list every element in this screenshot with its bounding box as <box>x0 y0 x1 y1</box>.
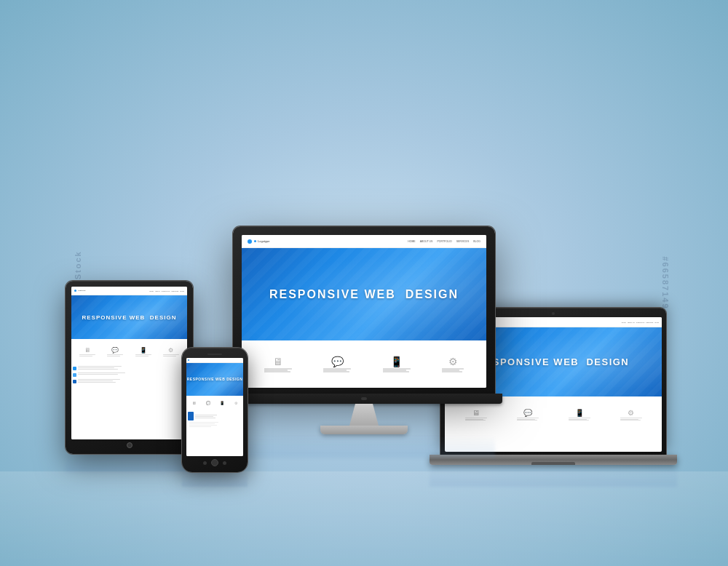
laptop-reflection <box>430 465 677 487</box>
nav-blog: BLOG <box>180 290 184 292</box>
monitor-hero-text: RESPONSIVE WEB DESIGN <box>269 288 459 301</box>
pf-2: 💬 <box>206 401 210 405</box>
nav-portfolio: PORTFOLIO <box>437 240 451 243</box>
settings-icon: ⚙ <box>448 356 458 367</box>
nav-home: HOME <box>408 240 416 243</box>
chat-icon: 💬 <box>111 347 119 354</box>
tablet-extra-content <box>71 364 187 439</box>
monitor-hero: RESPONSIVE WEB DESIGN <box>242 248 486 340</box>
l2 <box>163 356 176 356</box>
monitor-bezel: Logotype HOME ABOUT US PORTFOLIO SERVICE… <box>233 226 495 394</box>
line2 <box>78 380 113 381</box>
lf-2: 💬 <box>517 409 539 420</box>
monitor-screen: Logotype HOME ABOUT US PORTFOLIO SERVICE… <box>242 235 486 388</box>
mobile-icon: 📱 <box>390 356 403 367</box>
pml3 <box>189 425 217 426</box>
list-lines-1 <box>78 366 122 370</box>
tablet-bezel: Logotype HOME ABOUT PORTFOLIO SERVICES B… <box>66 281 193 454</box>
i1: 🖥 <box>192 401 196 405</box>
feat-lines <box>79 354 95 356</box>
feat-lines <box>135 354 151 356</box>
phone-bottom-bar <box>203 459 226 466</box>
l1 <box>620 418 642 418</box>
feature-chat-lines <box>323 368 351 372</box>
nl3: PORTFOLIO <box>636 322 645 323</box>
line2 <box>78 367 114 368</box>
logo-text: Logotype <box>258 239 269 243</box>
phone-speaker <box>207 354 222 355</box>
l3 <box>517 420 537 420</box>
phone-btn-home <box>211 459 218 466</box>
phone-mini-lines <box>195 415 217 418</box>
feature-laptop-lines <box>264 368 292 372</box>
li2: 💬 <box>523 409 532 417</box>
lfl4 <box>620 418 642 420</box>
monitor-features: 🖥 💬 <box>242 340 486 388</box>
lf-3: 📱 <box>569 409 590 420</box>
phone-bezel: RESPONSIVE WEB DESIGN 🖥 💬 📱 <box>182 348 248 472</box>
feat-lines <box>107 354 123 356</box>
monitor-container: Logotype HOME ABOUT US PORTFOLIO SERVICE… <box>226 226 502 458</box>
nav-services: SERVICES <box>171 290 178 292</box>
laptop-nav-links: HOME ABOUT US PORTFOLIO SERVICES BLOG <box>622 322 659 323</box>
dot <box>188 359 189 361</box>
mobile-icon: 📱 <box>140 347 147 354</box>
phone-btn-back <box>203 461 207 465</box>
nl5: BLOG <box>654 322 659 323</box>
ml2 <box>195 416 213 417</box>
monitor-stand-base <box>320 426 408 434</box>
tablet-website: Logotype HOME ABOUT PORTFOLIO SERVICES B… <box>71 287 187 439</box>
line1 <box>78 372 125 373</box>
pml1 <box>189 422 218 423</box>
list-icon-1 <box>73 367 76 370</box>
monitor-power-dot <box>361 397 367 400</box>
i2: 💬 <box>206 401 210 405</box>
list-icon-3 <box>73 380 76 383</box>
camera-dot <box>552 312 555 315</box>
tablet-home-bar <box>71 442 187 448</box>
monitor-stand-neck <box>349 404 379 426</box>
monitor-reflection <box>233 436 495 458</box>
monitor-navbar: Logotype HOME ABOUT US PORTFOLIO SERVICE… <box>242 235 486 248</box>
l2 <box>79 356 92 356</box>
lf-4: ⚙ <box>620 409 642 420</box>
line3 <box>383 371 409 372</box>
feature-mobile-lines <box>383 368 411 372</box>
tablet-home-button <box>127 442 132 448</box>
tablet-features: 🖥 💬 <box>71 339 187 364</box>
tablet-list-item-1 <box>73 366 186 370</box>
pml4 <box>189 426 211 427</box>
settings-icon: ⚙ <box>168 347 173 354</box>
phone-mini-icon <box>188 412 194 420</box>
line3 <box>264 371 290 372</box>
laptop-icon: 🖥 <box>84 347 90 354</box>
nav-about: ABOUT <box>155 290 160 292</box>
line3 <box>323 371 349 372</box>
nl4: SERVICES <box>646 322 653 323</box>
pf-4: ⚙ <box>234 401 237 405</box>
scene: Adobe Stock #66587149 Logotype HOME ABOU… <box>36 21 692 545</box>
nl1: HOME <box>622 322 626 323</box>
phone-website: RESPONSIVE WEB DESIGN 🖥 💬 📱 <box>186 358 243 456</box>
feature-settings-lines <box>442 368 464 372</box>
i4: ⚙ <box>234 401 237 405</box>
line1 <box>78 379 120 380</box>
i3: 📱 <box>220 401 224 405</box>
logo-text: Logotype <box>78 290 85 292</box>
line3 <box>442 371 462 372</box>
phone-hero-text: RESPONSIVE WEB DESIGN <box>187 377 243 382</box>
feature-mobile: 📱 <box>383 356 411 372</box>
phone-screen: RESPONSIVE WEB DESIGN 🖥 💬 📱 <box>186 358 243 456</box>
tablet-hero-text: RESPONSIVE WEB DESIGN <box>82 314 176 321</box>
tablet-container: Logotype HOME ABOUT PORTFOLIO SERVICES B… <box>66 281 193 472</box>
phone-btn-recent <box>223 461 226 465</box>
phone-mini-lines2 <box>188 422 242 427</box>
phone-container: RESPONSIVE WEB DESIGN 🖥 💬 📱 <box>182 348 248 487</box>
pml2 <box>189 423 215 424</box>
nav-services: SERVICES <box>456 240 470 243</box>
tablet-hero: RESPONSIVE WEB DESIGN <box>71 295 187 339</box>
monitor-chin <box>226 394 502 404</box>
tablet-nav-links: HOME ABOUT PORTFOLIO SERVICES BLOG <box>149 290 184 292</box>
line3 <box>78 382 116 383</box>
li3: 📱 <box>575 409 584 417</box>
